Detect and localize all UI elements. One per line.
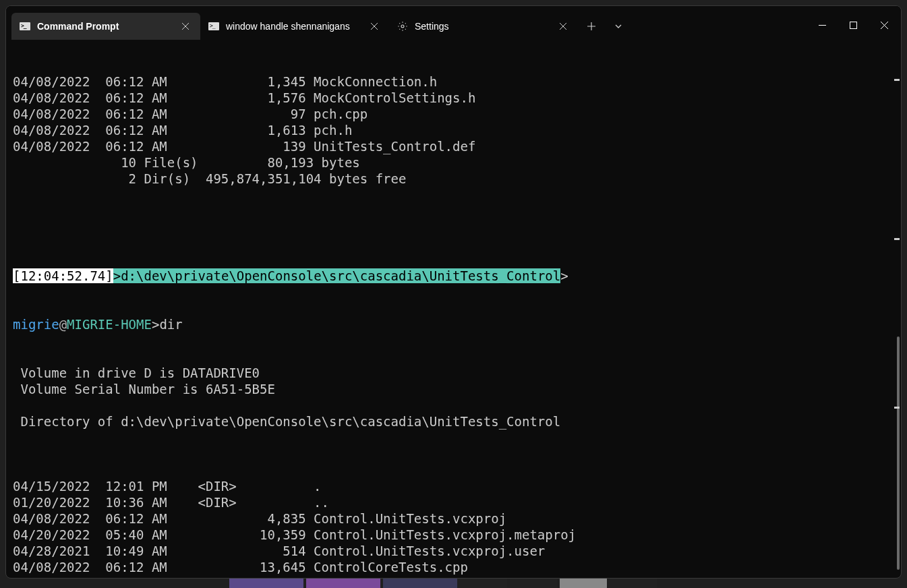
- tab-title: window handle shennanigans: [226, 21, 359, 32]
- scroll-mark: [894, 407, 900, 409]
- terminal-line: 10 File(s) 80,193 bytes: [13, 154, 896, 171]
- gear-icon: [397, 21, 408, 32]
- terminal-line: 04/08/2022 06:12 AM 1,613 pch.h: [13, 122, 896, 138]
- cmd-icon: [20, 21, 30, 32]
- terminal-line: 04/15/2022 12:01 PM <DIR> .: [13, 478, 896, 494]
- maximize-button[interactable]: [838, 13, 869, 37]
- terminal-pane[interactable]: 04/08/2022 06:12 AM 1,345 MockConnection…: [6, 40, 901, 579]
- terminal-line: 04/08/2022 06:12 AM 1,345 MockConnection…: [13, 74, 896, 90]
- minimize-button[interactable]: [807, 13, 838, 37]
- terminal-line: Directory of d:\dev\private\OpenConsole\…: [13, 413, 896, 430]
- terminal-line: [13, 430, 896, 446]
- tab-close-button[interactable]: [555, 18, 571, 34]
- tab-close-button[interactable]: [177, 18, 194, 34]
- terminal-line: 01/20/2022 10:36 AM <DIR> ..: [13, 494, 896, 510]
- terminal-line: 04/08/2022 06:12 AM 4,835 Control.UnitTe…: [13, 510, 896, 527]
- tab-settings[interactable]: Settings: [389, 13, 578, 40]
- prompt-host: MIGRIE-HOME: [67, 317, 152, 332]
- terminal-line: 04/08/2022 06:12 AM 1,576 MockControlSet…: [13, 90, 896, 106]
- tab-window-handle-shennanigans[interactable]: window handle shennanigans: [200, 13, 389, 40]
- scroll-mark: [894, 238, 900, 240]
- tab-strip: Command Promptwindow handle shennanigans…: [6, 13, 578, 40]
- prompt-user: migrie: [13, 317, 59, 332]
- prompt-command: dir: [159, 317, 182, 332]
- svg-rect-1: [850, 22, 856, 28]
- close-icon: [371, 23, 378, 30]
- maximize-icon: [850, 22, 857, 29]
- tab-command-prompt[interactable]: Command Prompt: [11, 13, 200, 40]
- terminal-line: 04/20/2022 05:40 AM 10,359 Control.UnitT…: [13, 527, 896, 543]
- scrollbar-thumb[interactable]: [897, 336, 900, 570]
- terminal-line: [13, 397, 896, 413]
- new-tab-button[interactable]: [578, 13, 605, 40]
- prompt-path: >d:\dev\private\OpenConsole\src\cascadia…: [113, 268, 560, 283]
- close-icon: [560, 23, 566, 30]
- tab-close-button[interactable]: [366, 18, 382, 34]
- terminal-line: 2 Dir(s) 495,874,351,104 bytes free: [13, 171, 896, 187]
- prompt-user-line: migrie@MIGRIE-HOME>dir: [13, 316, 896, 332]
- titlebar: Command Promptwindow handle shennanigans…: [6, 6, 901, 40]
- plus-icon: [587, 22, 595, 30]
- minimize-icon: [819, 22, 826, 29]
- close-icon: [881, 22, 888, 29]
- terminal-line: 04/08/2022 06:12 AM 139 UnitTests_Contro…: [13, 138, 896, 154]
- cmd-icon: [208, 21, 219, 32]
- chevron-down-icon: [614, 22, 622, 30]
- tab-title: Settings: [415, 21, 548, 32]
- scroll-marks: [894, 40, 900, 579]
- tab-title: Command Prompt: [37, 21, 171, 32]
- terminal-line: 04/08/2022 06:12 AM 97 pch.cpp: [13, 106, 896, 122]
- close-button[interactable]: [869, 13, 900, 37]
- close-icon: [182, 23, 189, 30]
- tab-dropdown-button[interactable]: [605, 13, 632, 40]
- prompt-line: [12:04:52.74]>d:\dev\private\OpenConsole…: [13, 268, 896, 284]
- terminal-line: 04/08/2022 06:12 AM 13,645 ControlCoreTe…: [13, 559, 896, 575]
- caption-controls: [807, 13, 901, 37]
- svg-point-0: [401, 25, 404, 28]
- terminal-line: 04/28/2021 10:49 AM 514 Control.UnitTest…: [13, 543, 896, 559]
- terminal-line: Volume in drive D is DATADRIVE0: [13, 365, 896, 381]
- scroll-mark: [894, 79, 900, 81]
- taskbar-preview: [0, 579, 907, 588]
- terminal-line: Volume Serial Number is 6A51-5B5E: [13, 381, 896, 397]
- prompt-timestamp: [12:04:52.74]: [13, 268, 113, 283]
